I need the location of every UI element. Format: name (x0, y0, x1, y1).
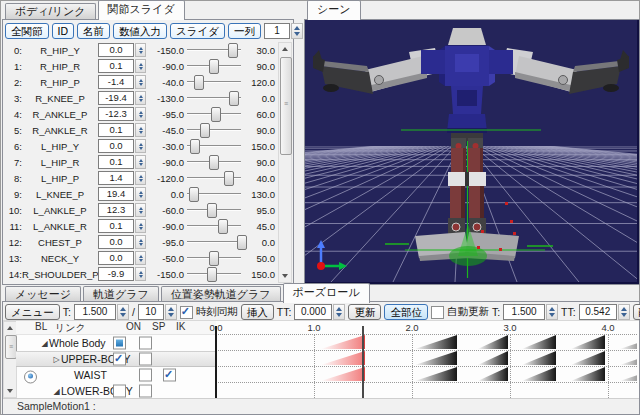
slider-handle[interactable] (207, 267, 217, 282)
joint-value-spinner-icon[interactable] (135, 59, 146, 73)
keyframe-wedge[interactable] (478, 335, 508, 349)
delete-button[interactable]: 削除 (633, 304, 640, 320)
expander-collapsed-icon[interactable]: ▷ (52, 355, 61, 364)
joint-value-input[interactable]: 19.4 (98, 187, 134, 201)
joint-value-spinner-icon[interactable] (135, 235, 146, 249)
on-checkbox[interactable] (113, 353, 126, 366)
spin-down-icon[interactable] (549, 313, 555, 317)
spin-up-icon[interactable] (139, 175, 143, 178)
keyframe-wedge[interactable] (620, 351, 637, 365)
joint-value-spinner-icon[interactable] (135, 187, 146, 201)
spin-down-icon[interactable] (139, 275, 143, 278)
pose-roll-tab[interactable]: 位置姿勢軌道グラフ (161, 286, 281, 302)
joint-slider[interactable] (186, 42, 242, 58)
spin-up-icon[interactable] (139, 207, 143, 210)
spin-down-icon[interactable] (139, 259, 143, 262)
sp-checkbox[interactable] (139, 353, 152, 366)
on-checkbox[interactable] (113, 337, 126, 350)
sp-checkbox[interactable] (139, 369, 152, 382)
transition-time-spinner[interactable]: 0.000 (294, 304, 345, 320)
spin-up-icon[interactable] (621, 307, 627, 311)
expander-expanded-icon[interactable]: ◢ (40, 339, 49, 348)
spin-up-icon[interactable] (139, 63, 143, 66)
spin-up-icon[interactable] (139, 271, 143, 274)
joint-value-input[interactable]: 0.0 (98, 235, 134, 249)
spin-down-icon[interactable] (139, 195, 143, 198)
joint-value-input[interactable]: 0.0 (98, 251, 134, 265)
keyframe-wedge[interactable] (522, 367, 556, 381)
keyframe-wedge[interactable] (620, 367, 637, 381)
sp-checkbox[interactable] (139, 337, 152, 350)
joint-slider[interactable] (186, 250, 242, 266)
expander-expanded-icon[interactable]: ◢ (52, 387, 61, 396)
spinner-arrows-icon[interactable] (291, 23, 303, 39)
keyframe-wedge-selected[interactable] (321, 335, 365, 349)
keyframe-wedge[interactable] (415, 367, 457, 381)
spin-up-icon[interactable] (336, 307, 342, 311)
joint-value-input[interactable]: 12.3 (98, 203, 134, 217)
slider-handle[interactable] (237, 235, 247, 250)
scene-3d-render[interactable] (305, 20, 637, 282)
spin-up-icon[interactable] (139, 223, 143, 226)
timeline-zero-line[interactable] (215, 326, 217, 398)
pose-roll-tab[interactable]: ポーズロール (283, 283, 370, 303)
joint-value-input[interactable]: -9.9 (98, 267, 134, 281)
tree-scrollbar[interactable]: ≡ (3, 321, 17, 398)
slider-handle[interactable] (218, 219, 228, 234)
joint-value-input[interactable]: 0.0 (98, 139, 134, 153)
slider-handle[interactable] (224, 171, 234, 186)
joint-slider[interactable] (186, 90, 242, 106)
slider-handle[interactable] (200, 123, 210, 138)
tree-row-lower-body[interactable]: ◢LOWER-BODY (16, 383, 216, 399)
joint-value-spinner-icon[interactable] (135, 251, 146, 265)
spin-up-icon[interactable] (139, 143, 143, 146)
joint-value-input[interactable]: 1.4 (98, 171, 134, 185)
spin-down-icon[interactable] (139, 179, 143, 182)
spin-up-icon[interactable] (139, 95, 143, 98)
slider-handle[interactable] (209, 59, 219, 74)
spin-up-icon[interactable] (139, 127, 143, 130)
current-time-spinner[interactable]: 1.500 (74, 304, 129, 320)
spin-down-icon[interactable] (621, 313, 627, 317)
joint-value-spinner-icon[interactable] (135, 91, 146, 105)
timeline-ruler[interactable]: 0.01.02.03.04.0 (216, 321, 637, 334)
slider-handle[interactable] (207, 203, 217, 218)
spin-down-icon[interactable] (168, 313, 174, 317)
joint-value-spinner-icon[interactable] (135, 75, 146, 89)
joint-value-input[interactable]: 0.1 (98, 123, 134, 137)
joint-view-option-button[interactable]: 名前 (77, 23, 110, 39)
joint-value-input[interactable]: -1.4 (98, 75, 134, 89)
pose-transition-time-spinner[interactable]: 0.542 (579, 304, 630, 320)
sp-checkbox[interactable] (139, 385, 152, 398)
joint-slider[interactable] (186, 122, 242, 138)
spin-up-icon[interactable] (139, 159, 143, 162)
menu-button[interactable]: メニュー (5, 304, 60, 320)
spin-up-icon[interactable] (139, 47, 143, 50)
spinner-value[interactable]: 1.500 (503, 304, 545, 320)
spinner-value[interactable]: 1 (264, 23, 290, 39)
joint-value-input[interactable]: -19.4 (98, 91, 134, 105)
joint-slider[interactable] (186, 218, 242, 234)
joint-view-option-button[interactable]: 全関節 (5, 23, 49, 39)
keyframe-wedge[interactable] (478, 367, 508, 381)
joint-view-option-button[interactable]: 一列 (228, 23, 261, 39)
spin-down-icon[interactable] (139, 147, 143, 150)
tree-row-whole-body[interactable]: ◢Whole Body (16, 335, 216, 351)
spin-down-icon[interactable] (294, 32, 300, 36)
keyframe-wedge-selected[interactable] (321, 367, 365, 381)
spin-up-icon[interactable] (139, 191, 143, 194)
spinner-arrows-icon[interactable] (546, 304, 558, 320)
joint-value-spinner-icon[interactable] (135, 43, 146, 57)
base-link-radio[interactable] (24, 370, 37, 383)
joint-view-option-button[interactable]: スライダ (170, 23, 225, 39)
joint-slider[interactable] (186, 74, 242, 90)
spin-up-icon[interactable] (549, 307, 555, 311)
spinner-value[interactable]: 10 (138, 304, 164, 320)
spin-up-icon[interactable] (139, 111, 143, 114)
pose-roll-tab[interactable]: メッセージ (5, 286, 81, 302)
keyframe-wedge[interactable] (478, 351, 508, 365)
joint-list-scrollbar[interactable]: ≡ (278, 42, 292, 283)
joint-value-spinner-icon[interactable] (135, 203, 146, 217)
spin-up-icon[interactable] (139, 255, 143, 258)
slider-handle[interactable] (228, 43, 238, 58)
